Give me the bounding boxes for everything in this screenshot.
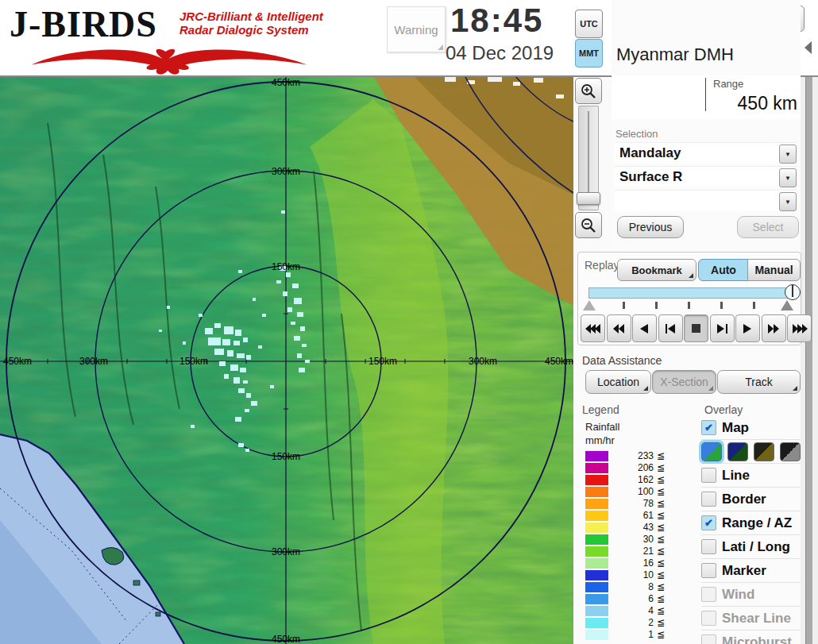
step-back-button[interactable] [658,314,683,342]
zoom-in-button[interactable] [575,78,602,104]
overlay-item-map[interactable]: ✔ Map [701,416,801,440]
checkbox-checked-icon[interactable]: ✔ [701,420,716,435]
panel-collapse-arrow-icon[interactable] [804,41,812,54]
station-title: Myanmar DMH [616,44,734,65]
play-reverse-icon [640,324,649,334]
play-reverse-button[interactable] [632,314,657,342]
checkbox-icon[interactable] [701,563,716,578]
legend-operator: ≦ [657,593,665,604]
legend-swatch [585,475,608,485]
checkbox-icon[interactable] [701,492,716,507]
rewind-double-icon [613,324,625,334]
manual-mode-button[interactable]: Manual [747,259,801,281]
legend-title-line2: mm/hr [585,434,615,446]
overlay-item-line[interactable]: Line [701,464,801,488]
overlay-item-label: Lati / Long [722,539,790,555]
legend-swatch [585,546,608,557]
zoom-slider-handle[interactable] [577,192,600,205]
x-section-button[interactable]: X-Section [652,370,716,394]
timeline-tick [753,302,755,309]
utc-button[interactable]: UTC [575,10,603,38]
resize-grip-icon[interactable] [438,44,443,50]
legend-row: 2≦ [585,617,679,629]
zoom-slider[interactable] [578,106,599,210]
chevron-down-icon[interactable]: ▼ [779,192,797,211]
track-button[interactable]: Track [717,370,801,394]
timeline-tick [623,302,625,309]
overlay-item-lati-long[interactable]: Lati / Long [701,535,801,559]
fast-rewind-triple-button[interactable] [581,314,605,342]
legend-operator: ≦ [657,605,665,616]
control-panel: Myanmar DMH Range 450 km Selection Manda… [612,0,801,644]
legend-swatch [585,558,608,569]
product-dropdown[interactable]: Surface R ▼ [615,166,797,187]
checkbox-checked-icon[interactable]: ✔ [701,515,716,530]
legend-title-line1: Rainfall [585,421,619,433]
ring-label: 300km [469,356,497,367]
logo-subtitle-line1: JRC-Brilliant & Intelligent [179,10,323,23]
legend-swatch [585,451,608,461]
legend-row: 100≦ [585,486,679,498]
step-forward-button[interactable] [710,314,735,342]
zoom-out-button[interactable] [575,212,602,238]
overlay-item-microburst: Microburst [701,631,801,644]
chevron-down-icon[interactable]: ▼ [779,145,797,164]
overlay-item-marker[interactable]: Marker [701,559,801,583]
legend-row: 1≦ [585,629,679,641]
checkbox-icon[interactable] [701,468,716,483]
clock-date: 04 Dec 2019 [446,42,573,64]
auto-mode-button[interactable]: Auto [698,259,749,281]
map-style-gray-button[interactable] [780,442,801,461]
legend-swatch [585,511,608,521]
overlay-list: ✔ Map Line Border ✔ Range / AZ Lati / Lo… [701,416,801,644]
legend-swatch [585,463,608,473]
rewind-double-button[interactable] [607,314,631,342]
mmt-button[interactable]: MMT [575,39,603,67]
warning-label: Warning [394,23,438,37]
bookmark-button[interactable]: Bookmark [617,259,696,281]
map-style-olive-button[interactable] [754,442,774,461]
replay-timeline-slider[interactable] [588,287,795,299]
site-dropdown[interactable]: Mandalay ▼ [615,142,797,164]
splitter-bar[interactable] [805,75,812,644]
bird-logo-icon [14,43,324,76]
ring-label: 450km [545,356,573,367]
legend-value: 61 [612,510,654,521]
legend-value: 1 [612,629,654,640]
fast-forward-triple-button[interactable] [787,314,812,342]
play-button[interactable] [735,314,760,342]
checkbox-icon[interactable] [701,539,716,554]
overlay-item-range-az[interactable]: ✔ Range / AZ [701,511,801,535]
map-style-color-button[interactable] [701,442,722,461]
warning-panel[interactable]: Warning [387,6,446,52]
play-icon [743,324,752,334]
timeline-start-marker-icon[interactable] [583,300,596,310]
chevron-down-icon[interactable]: ▼ [779,168,797,187]
replay-slider-handle[interactable] [785,284,801,300]
map-style-darkblue-button[interactable] [727,442,748,461]
replay-label: Replay [585,259,619,272]
legend-swatch [585,570,608,580]
timeline-end-marker-icon[interactable] [781,300,793,310]
select-button[interactable]: Select [737,216,799,238]
legend-value: 21 [612,546,654,557]
timeline-tick [688,302,690,309]
legend-row: 233≦ [585,450,679,462]
legend-operator: ≦ [657,450,665,461]
radar-map[interactable]: 450km 300km 150km 150km 300km 450km 450k… [0,75,573,644]
previous-button[interactable]: Previous [617,216,684,238]
extra-dropdown[interactable]: ▼ [615,190,797,211]
step-back-icon [666,324,676,334]
legend-operator: ≦ [657,510,665,521]
range-display: Range 450 km [612,75,801,119]
location-button[interactable]: Location [585,370,651,394]
legend-value: 10 [612,569,654,580]
legend-value: 6 [612,593,654,604]
legend-swatch [585,630,608,640]
overlay-item-label: Shear Line [722,611,791,627]
ring-label: 300km [272,546,300,557]
legend-operator: ≦ [657,498,665,509]
forward-double-button[interactable] [762,314,786,342]
overlay-item-border[interactable]: Border [701,488,801,511]
stop-button[interactable] [684,314,708,342]
